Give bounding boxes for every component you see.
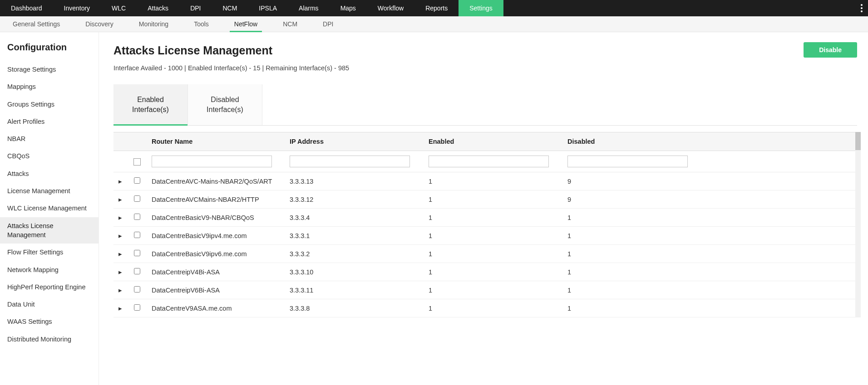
cell-router: DataCentreBasicV9ipv4.me.com bbox=[147, 227, 285, 245]
sidebar-item-flow-filter-settings[interactable]: Flow Filter Settings bbox=[0, 244, 99, 261]
top-nav-wlc[interactable]: WLC bbox=[101, 0, 137, 16]
sidebar-item-highperf-reporting-engine[interactable]: HighPerf Reporting Engine bbox=[0, 278, 99, 296]
expand-caret-icon[interactable]: ▸ bbox=[113, 281, 127, 299]
cell-router: DataCentreipV4Bi-ASA bbox=[147, 263, 285, 281]
table-row: ▸DataCentreAVCMains-NBAR2/HTTP3.3.3.1219 bbox=[113, 190, 857, 209]
cell-disabled: 1 bbox=[563, 263, 857, 281]
kebab-menu-icon[interactable] bbox=[861, 4, 863, 12]
sidebar-item-cbqos[interactable]: CBQoS bbox=[0, 147, 99, 165]
row-checkbox[interactable] bbox=[134, 268, 140, 274]
page-subtitle: Interface Availed - 1000 | Enabled Inter… bbox=[113, 64, 857, 72]
sidebar-item-groups-settings[interactable]: Groups Settings bbox=[0, 96, 99, 113]
sidebar-item-distributed-monitoring[interactable]: Distributed Monitoring bbox=[0, 331, 99, 348]
row-checkbox[interactable] bbox=[134, 195, 140, 202]
sidebar-item-wlc-license-management[interactable]: WLC License Management bbox=[0, 200, 99, 217]
sidebar-item-attacks[interactable]: Attacks bbox=[0, 165, 99, 182]
top-nav-alarms[interactable]: Alarms bbox=[288, 0, 330, 16]
top-nav-inventory[interactable]: Inventory bbox=[53, 0, 101, 16]
cell-router: DataCentreAVC-Mains-NBAR2/QoS/ART bbox=[147, 172, 285, 190]
top-nav-dpi[interactable]: DPI bbox=[179, 0, 212, 16]
top-nav-settings[interactable]: Settings bbox=[459, 0, 503, 16]
tab-disabled-interface-s-[interactable]: DisabledInterface(s) bbox=[188, 84, 262, 125]
tab-label: DisabledInterface(s) bbox=[207, 95, 243, 114]
row-checkbox[interactable] bbox=[134, 177, 140, 184]
row-checkbox[interactable] bbox=[134, 232, 140, 238]
expand-caret-icon[interactable]: ▸ bbox=[113, 227, 127, 245]
sub-nav-monitoring[interactable]: Monitoring bbox=[126, 16, 181, 32]
expand-caret-icon[interactable]: ▸ bbox=[113, 209, 127, 227]
top-nav-dashboard[interactable]: Dashboard bbox=[0, 0, 53, 16]
th-disabled[interactable]: Disabled bbox=[563, 132, 857, 151]
cell-enabled: 1 bbox=[424, 281, 563, 299]
row-checkbox[interactable] bbox=[134, 250, 140, 256]
row-checkbox[interactable] bbox=[134, 286, 140, 292]
table-row: ▸DataCentreipV6Bi-ASA3.3.3.1111 bbox=[113, 281, 857, 299]
sidebar-item-waas-settings[interactable]: WAAS Settings bbox=[0, 313, 99, 330]
sub-nav-tools[interactable]: Tools bbox=[181, 16, 222, 32]
table-row: ▸DataCentreV9ASA.me.com3.3.3.811 bbox=[113, 299, 857, 317]
filter-enabled-input[interactable] bbox=[429, 156, 549, 167]
tab-label: EnabledInterface(s) bbox=[132, 95, 169, 114]
cell-ip: 3.3.3.4 bbox=[285, 209, 424, 227]
expand-caret-icon[interactable]: ▸ bbox=[113, 190, 127, 209]
th-enabled[interactable]: Enabled bbox=[424, 132, 563, 151]
sidebar-item-storage-settings[interactable]: Storage Settings bbox=[0, 61, 99, 78]
interfaces-table: Router Name IP Address Enabled Disabled bbox=[113, 132, 857, 317]
top-nav-reports[interactable]: Reports bbox=[414, 0, 459, 16]
cell-ip: 3.3.3.12 bbox=[285, 190, 424, 209]
expand-caret-icon[interactable]: ▸ bbox=[113, 172, 127, 190]
row-checkbox[interactable] bbox=[134, 214, 140, 220]
expand-caret-icon[interactable]: ▸ bbox=[113, 263, 127, 281]
vertical-scrollbar[interactable] bbox=[855, 132, 861, 317]
sub-nav-discovery[interactable]: Discovery bbox=[73, 16, 126, 32]
sidebar-item-alert-profiles[interactable]: Alert Profiles bbox=[0, 113, 99, 130]
select-all-checkbox[interactable] bbox=[133, 158, 141, 166]
filter-row bbox=[113, 151, 857, 172]
sidebar-item-nbar[interactable]: NBAR bbox=[0, 130, 99, 147]
cell-disabled: 1 bbox=[563, 245, 857, 263]
cell-enabled: 1 bbox=[424, 227, 563, 245]
sub-nav-dpi[interactable]: DPI bbox=[310, 16, 346, 32]
expand-caret-icon[interactable]: ▸ bbox=[113, 245, 127, 263]
tab-enabled-interface-s-[interactable]: EnabledInterface(s) bbox=[113, 84, 188, 125]
sub-nav-ncm[interactable]: NCM bbox=[270, 16, 310, 32]
top-nav-ncm[interactable]: NCM bbox=[212, 0, 248, 16]
cell-enabled: 1 bbox=[424, 263, 563, 281]
sidebar-item-mappings[interactable]: Mappings bbox=[0, 78, 99, 95]
sidebar-item-data-unit[interactable]: Data Unit bbox=[0, 296, 99, 313]
th-ip[interactable]: IP Address bbox=[285, 132, 424, 151]
cell-router: DataCentreV9ASA.me.com bbox=[147, 299, 285, 317]
scrollbar-thumb[interactable] bbox=[855, 132, 861, 150]
cell-disabled: 9 bbox=[563, 190, 857, 209]
cell-enabled: 1 bbox=[424, 172, 563, 190]
disable-button[interactable]: Disable bbox=[804, 42, 857, 58]
row-checkbox[interactable] bbox=[134, 304, 140, 311]
table-row: ▸DataCentreBasicV9-NBAR/CBQoS3.3.3.411 bbox=[113, 209, 857, 227]
cell-enabled: 1 bbox=[424, 245, 563, 263]
sidebar-title: Configuration bbox=[0, 42, 99, 61]
filter-ip-input[interactable] bbox=[290, 156, 410, 167]
th-router[interactable]: Router Name bbox=[147, 132, 285, 151]
sub-nav-netflow[interactable]: NetFlow bbox=[222, 16, 270, 32]
table-row: ▸DataCentreAVC-Mains-NBAR2/QoS/ART3.3.3.… bbox=[113, 172, 857, 190]
cell-ip: 3.3.3.11 bbox=[285, 281, 424, 299]
top-nav: DashboardInventoryWLCAttacksDPINCMIPSLAA… bbox=[0, 0, 868, 16]
top-nav-ipsla[interactable]: IPSLA bbox=[248, 0, 288, 16]
sub-nav: General SettingsDiscoveryMonitoringTools… bbox=[0, 16, 868, 32]
sub-nav-general-settings[interactable]: General Settings bbox=[0, 16, 73, 32]
expand-caret-icon[interactable]: ▸ bbox=[113, 299, 127, 317]
table-row: ▸DataCentreipV4Bi-ASA3.3.3.1011 bbox=[113, 263, 857, 281]
filter-router-input[interactable] bbox=[152, 156, 272, 167]
top-nav-maps[interactable]: Maps bbox=[330, 0, 367, 16]
cell-ip: 3.3.3.1 bbox=[285, 227, 424, 245]
top-nav-attacks[interactable]: Attacks bbox=[137, 0, 179, 16]
sidebar-item-license-management[interactable]: License Management bbox=[0, 182, 99, 200]
cell-ip: 3.3.3.2 bbox=[285, 245, 424, 263]
cell-ip: 3.3.3.8 bbox=[285, 299, 424, 317]
sidebar-item-attacks-license-management[interactable]: Attacks License Management bbox=[0, 217, 99, 244]
cell-disabled: 1 bbox=[563, 209, 857, 227]
sidebar-item-network-mapping[interactable]: Network Mapping bbox=[0, 261, 99, 278]
table-row: ▸DataCentreBasicV9ipv4.me.com3.3.3.111 bbox=[113, 227, 857, 245]
filter-disabled-input[interactable] bbox=[567, 156, 688, 167]
top-nav-workflow[interactable]: Workflow bbox=[367, 0, 414, 16]
